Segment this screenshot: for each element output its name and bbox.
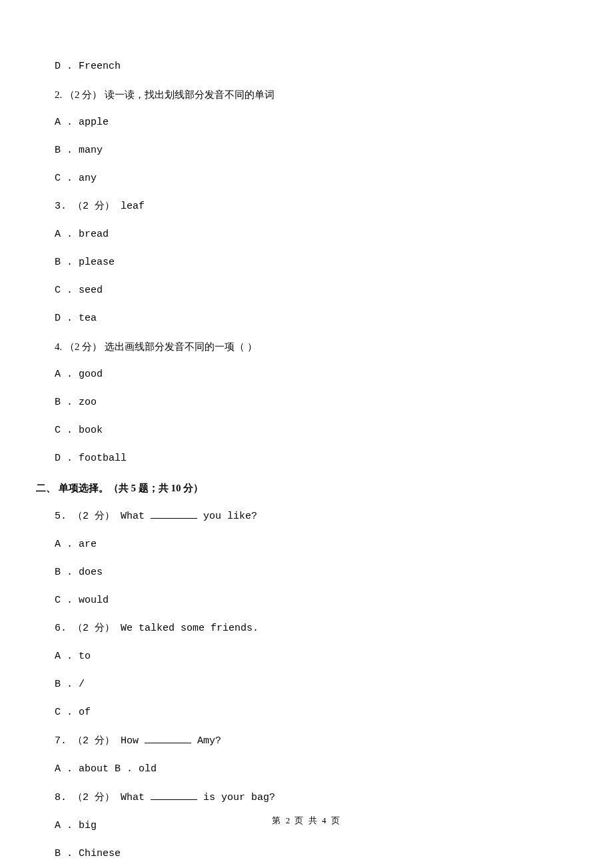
q4-option-b: B . zoo	[55, 395, 558, 411]
q8-option-b: B . Chinese	[55, 846, 558, 862]
q5-blank	[151, 508, 197, 519]
q5-option-b: B . does	[55, 565, 558, 581]
page-footer: 第 2 页 共 4 页	[0, 814, 613, 828]
q7-blank	[145, 733, 191, 743]
q7-text: 7. （2 分） How Amy?	[55, 733, 558, 749]
q2-option-b: B . many	[55, 143, 558, 159]
q1-option-d: D . Freench	[55, 59, 558, 75]
q5-text: 5. （2 分） What you like?	[55, 508, 558, 525]
q8-text: 8. （2 分） What is your bag?	[55, 789, 558, 806]
q2-option-a: A . apple	[55, 115, 558, 131]
q3-text: 3. （2 分） leaf	[55, 199, 558, 215]
q8-pre: 8. （2 分） What	[55, 792, 151, 803]
q3-option-b: B . please	[55, 255, 558, 271]
q8-post: is your bag?	[197, 792, 275, 803]
q5-post: you like?	[197, 511, 257, 522]
q3-option-a: A . bread	[55, 227, 558, 243]
q6-option-b: B . /	[55, 677, 558, 693]
q6-option-c: C . of	[55, 705, 558, 721]
q7-options: A . about B . old	[55, 761, 558, 777]
q2-text: 2. （2 分） 读一读，找出划线部分发音不同的单词	[55, 87, 558, 103]
q3-option-c: C . seed	[55, 283, 558, 299]
q5-option-c: C . would	[55, 593, 558, 609]
q2-option-c: C . any	[55, 171, 558, 187]
q5-pre: 5. （2 分） What	[55, 511, 151, 522]
q6-text: 6. （2 分） We talked some friends.	[55, 621, 558, 637]
q4-text: 4. （2 分） 选出画线部分发音不同的一项（ ）	[55, 339, 558, 355]
q5-option-a: A . are	[55, 537, 558, 553]
q4-option-d: D . football	[55, 451, 558, 467]
q7-post: Amy?	[191, 735, 221, 747]
q4-option-c: C . book	[55, 423, 558, 439]
q4-option-a: A . good	[55, 367, 558, 383]
q6-option-a: A . to	[55, 649, 558, 665]
q3-option-d: D . tea	[55, 311, 558, 327]
section-2-header: 二、 单项选择。（共 5 题；共 10 分）	[36, 480, 558, 496]
q7-pre: 7. （2 分） How	[55, 735, 145, 747]
q8-blank	[151, 789, 197, 800]
